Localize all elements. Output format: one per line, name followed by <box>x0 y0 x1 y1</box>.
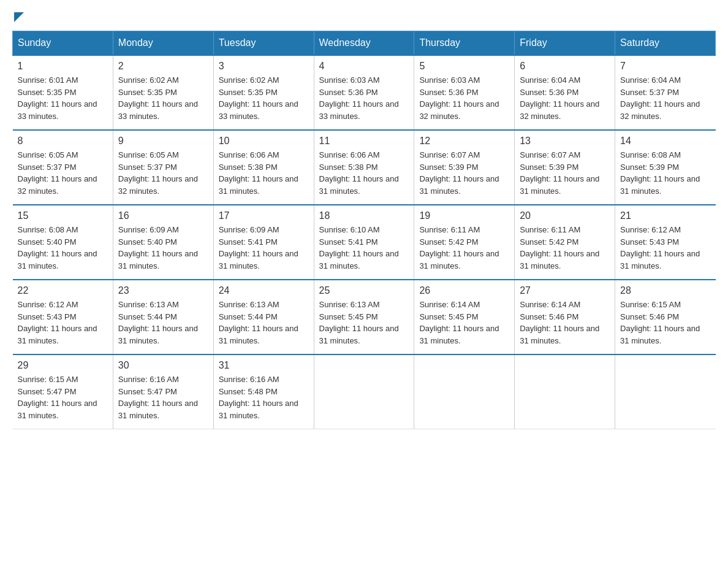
day-info: Sunrise: 6:05 AM Sunset: 5:37 PM Dayligh… <box>118 149 208 197</box>
calendar-cell: 28 Sunrise: 6:15 AM Sunset: 5:46 PM Dayl… <box>615 280 716 354</box>
day-number: 12 <box>419 136 509 147</box>
calendar-week-4: 22 Sunrise: 6:12 AM Sunset: 5:43 PM Dayl… <box>13 280 716 354</box>
calendar-cell: 2 Sunrise: 6:02 AM Sunset: 5:35 PM Dayli… <box>113 55 213 130</box>
day-info: Sunrise: 6:09 AM Sunset: 5:41 PM Dayligh… <box>219 224 309 272</box>
day-info: Sunrise: 6:08 AM Sunset: 5:39 PM Dayligh… <box>620 149 710 197</box>
day-info: Sunrise: 6:13 AM Sunset: 5:44 PM Dayligh… <box>219 299 309 347</box>
day-info: Sunrise: 6:04 AM Sunset: 5:37 PM Dayligh… <box>620 74 710 122</box>
weekday-header-sunday: Sunday <box>13 31 113 56</box>
day-number: 1 <box>18 61 108 72</box>
day-number: 6 <box>520 61 610 72</box>
calendar-week-5: 29 Sunrise: 6:15 AM Sunset: 5:47 PM Dayl… <box>13 354 716 429</box>
day-number: 17 <box>219 210 309 221</box>
calendar-cell: 29 Sunrise: 6:15 AM Sunset: 5:47 PM Dayl… <box>13 354 113 429</box>
day-number: 8 <box>18 136 108 147</box>
calendar-cell: 11 Sunrise: 6:06 AM Sunset: 5:38 PM Dayl… <box>314 130 414 205</box>
day-info: Sunrise: 6:14 AM Sunset: 5:46 PM Dayligh… <box>520 299 610 347</box>
calendar-cell: 18 Sunrise: 6:10 AM Sunset: 5:41 PM Dayl… <box>314 205 414 280</box>
calendar-cell: 1 Sunrise: 6:01 AM Sunset: 5:35 PM Dayli… <box>13 55 113 130</box>
day-number: 2 <box>118 61 208 72</box>
calendar-cell: 30 Sunrise: 6:16 AM Sunset: 5:47 PM Dayl… <box>113 354 213 429</box>
weekday-header-friday: Friday <box>515 31 615 56</box>
day-number: 16 <box>118 210 208 221</box>
day-info: Sunrise: 6:03 AM Sunset: 5:36 PM Dayligh… <box>319 74 409 122</box>
calendar-cell: 9 Sunrise: 6:05 AM Sunset: 5:37 PM Dayli… <box>113 130 213 205</box>
day-number: 23 <box>118 285 208 296</box>
day-info: Sunrise: 6:11 AM Sunset: 5:42 PM Dayligh… <box>520 224 610 272</box>
day-info: Sunrise: 6:12 AM Sunset: 5:43 PM Dayligh… <box>620 224 710 272</box>
calendar-cell: 20 Sunrise: 6:11 AM Sunset: 5:42 PM Dayl… <box>515 205 615 280</box>
day-info: Sunrise: 6:07 AM Sunset: 5:39 PM Dayligh… <box>520 149 610 197</box>
calendar-cell: 15 Sunrise: 6:08 AM Sunset: 5:40 PM Dayl… <box>13 205 113 280</box>
day-number: 24 <box>219 285 309 296</box>
weekday-header-saturday: Saturday <box>615 31 716 56</box>
calendar-cell: 27 Sunrise: 6:14 AM Sunset: 5:46 PM Dayl… <box>515 280 615 354</box>
day-info: Sunrise: 6:11 AM Sunset: 5:42 PM Dayligh… <box>419 224 509 272</box>
calendar-cell: 13 Sunrise: 6:07 AM Sunset: 5:39 PM Dayl… <box>515 130 615 205</box>
calendar-cell: 3 Sunrise: 6:02 AM Sunset: 5:35 PM Dayli… <box>213 55 314 130</box>
day-number: 14 <box>620 136 710 147</box>
calendar-table: SundayMondayTuesdayWednesdayThursdayFrid… <box>12 31 716 429</box>
day-info: Sunrise: 6:09 AM Sunset: 5:40 PM Dayligh… <box>118 224 208 272</box>
calendar-cell: 31 Sunrise: 6:16 AM Sunset: 5:48 PM Dayl… <box>213 354 314 429</box>
day-info: Sunrise: 6:04 AM Sunset: 5:36 PM Dayligh… <box>520 74 610 122</box>
day-number: 15 <box>18 210 108 221</box>
calendar-cell: 26 Sunrise: 6:14 AM Sunset: 5:45 PM Dayl… <box>414 280 515 354</box>
day-info: Sunrise: 6:01 AM Sunset: 5:35 PM Dayligh… <box>18 74 108 122</box>
day-number: 5 <box>419 61 509 72</box>
day-info: Sunrise: 6:15 AM Sunset: 5:46 PM Dayligh… <box>620 299 710 347</box>
day-info: Sunrise: 6:13 AM Sunset: 5:45 PM Dayligh… <box>319 299 409 347</box>
weekday-header-wednesday: Wednesday <box>314 31 414 56</box>
day-number: 22 <box>18 285 108 296</box>
calendar-cell: 4 Sunrise: 6:03 AM Sunset: 5:36 PM Dayli… <box>314 55 414 130</box>
day-info: Sunrise: 6:07 AM Sunset: 5:39 PM Dayligh… <box>419 149 509 197</box>
day-number: 20 <box>520 210 610 221</box>
calendar-week-3: 15 Sunrise: 6:08 AM Sunset: 5:40 PM Dayl… <box>13 205 716 280</box>
day-info: Sunrise: 6:03 AM Sunset: 5:36 PM Dayligh… <box>419 74 509 122</box>
day-number: 9 <box>118 136 208 147</box>
day-info: Sunrise: 6:10 AM Sunset: 5:41 PM Dayligh… <box>319 224 409 272</box>
logo <box>12 12 24 21</box>
calendar-cell: 19 Sunrise: 6:11 AM Sunset: 5:42 PM Dayl… <box>414 205 515 280</box>
calendar-cell: 16 Sunrise: 6:09 AM Sunset: 5:40 PM Dayl… <box>113 205 213 280</box>
day-number: 7 <box>620 61 710 72</box>
day-info: Sunrise: 6:02 AM Sunset: 5:35 PM Dayligh… <box>118 74 208 122</box>
weekday-header-monday: Monday <box>113 31 213 56</box>
day-info: Sunrise: 6:16 AM Sunset: 5:47 PM Dayligh… <box>118 373 208 421</box>
day-info: Sunrise: 6:13 AM Sunset: 5:44 PM Dayligh… <box>118 299 208 347</box>
day-info: Sunrise: 6:06 AM Sunset: 5:38 PM Dayligh… <box>219 149 309 197</box>
day-info: Sunrise: 6:08 AM Sunset: 5:40 PM Dayligh… <box>18 224 108 272</box>
day-info: Sunrise: 6:05 AM Sunset: 5:37 PM Dayligh… <box>18 149 108 197</box>
calendar-cell: 23 Sunrise: 6:13 AM Sunset: 5:44 PM Dayl… <box>113 280 213 354</box>
calendar-cell: 8 Sunrise: 6:05 AM Sunset: 5:37 PM Dayli… <box>13 130 113 205</box>
day-info: Sunrise: 6:12 AM Sunset: 5:43 PM Dayligh… <box>18 299 108 347</box>
day-info: Sunrise: 6:02 AM Sunset: 5:35 PM Dayligh… <box>219 74 309 122</box>
day-number: 28 <box>620 285 710 296</box>
day-number: 4 <box>319 61 409 72</box>
calendar-body: 1 Sunrise: 6:01 AM Sunset: 5:35 PM Dayli… <box>13 55 716 429</box>
day-info: Sunrise: 6:16 AM Sunset: 5:48 PM Dayligh… <box>219 373 309 421</box>
day-info: Sunrise: 6:06 AM Sunset: 5:38 PM Dayligh… <box>319 149 409 197</box>
page-header <box>12 12 716 21</box>
calendar-cell: 14 Sunrise: 6:08 AM Sunset: 5:39 PM Dayl… <box>615 130 716 205</box>
day-info: Sunrise: 6:15 AM Sunset: 5:47 PM Dayligh… <box>18 373 108 421</box>
calendar-cell: 24 Sunrise: 6:13 AM Sunset: 5:44 PM Dayl… <box>213 280 314 354</box>
calendar-cell <box>314 354 414 429</box>
calendar-cell: 6 Sunrise: 6:04 AM Sunset: 5:36 PM Dayli… <box>515 55 615 130</box>
calendar-header: SundayMondayTuesdayWednesdayThursdayFrid… <box>13 31 716 56</box>
day-number: 29 <box>18 360 108 371</box>
calendar-cell: 10 Sunrise: 6:06 AM Sunset: 5:38 PM Dayl… <box>213 130 314 205</box>
day-number: 13 <box>520 136 610 147</box>
calendar-cell <box>414 354 515 429</box>
day-number: 21 <box>620 210 710 221</box>
day-number: 27 <box>520 285 610 296</box>
calendar-cell: 21 Sunrise: 6:12 AM Sunset: 5:43 PM Dayl… <box>615 205 716 280</box>
calendar-cell: 22 Sunrise: 6:12 AM Sunset: 5:43 PM Dayl… <box>13 280 113 354</box>
weekday-header-thursday: Thursday <box>414 31 515 56</box>
calendar-cell: 17 Sunrise: 6:09 AM Sunset: 5:41 PM Dayl… <box>213 205 314 280</box>
calendar-week-1: 1 Sunrise: 6:01 AM Sunset: 5:35 PM Dayli… <box>13 55 716 130</box>
day-number: 30 <box>118 360 208 371</box>
calendar-cell: 5 Sunrise: 6:03 AM Sunset: 5:36 PM Dayli… <box>414 55 515 130</box>
calendar-cell: 12 Sunrise: 6:07 AM Sunset: 5:39 PM Dayl… <box>414 130 515 205</box>
calendar-cell <box>615 354 716 429</box>
